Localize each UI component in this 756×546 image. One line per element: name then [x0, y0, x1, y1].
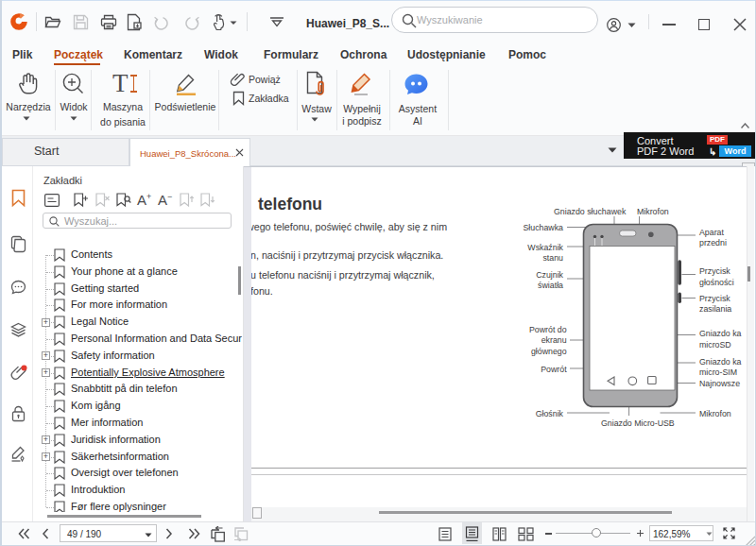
svg-text:Słuchawka: Słuchawka	[523, 223, 563, 232]
svg-text:stanu: stanu	[542, 253, 563, 263]
svg-text:głośności: głośności	[699, 278, 734, 287]
svg-text:Wskaźnik: Wskaźnik	[527, 243, 563, 252]
svg-text:światła: światła	[538, 281, 563, 290]
svg-text:Przycisk: Przycisk	[699, 294, 730, 303]
svg-text:Gniazdo ka: Gniazdo ka	[699, 329, 742, 338]
svg-text:Gniazdo Micro-USB: Gniazdo Micro-USB	[601, 418, 675, 428]
svg-text:Gniazdo ka: Gniazdo ka	[699, 357, 742, 367]
svg-text:zasilania: zasilania	[699, 304, 731, 314]
svg-text:Czujnik: Czujnik	[536, 270, 563, 280]
svg-text:Mikrofon: Mikrofon	[637, 207, 669, 216]
svg-text:Aparat: Aparat	[699, 228, 724, 237]
svg-text:microSD: microSD	[699, 340, 731, 350]
svg-text:Powrót: Powrót	[541, 365, 567, 374]
svg-text:Najnowsze: Najnowsze	[699, 379, 740, 388]
svg-text:micro-SIM: micro-SIM	[699, 367, 737, 377]
svg-text:przedni: przedni	[699, 238, 727, 247]
svg-text:głównego: głównego	[531, 347, 567, 356]
svg-text:Mikrofon: Mikrofon	[699, 409, 731, 418]
svg-text:Głośnik: Głośnik	[536, 409, 564, 418]
svg-text:Przycisk: Przycisk	[699, 266, 730, 276]
svg-text:Gniazdo słuchawek: Gniazdo słuchawek	[554, 207, 627, 216]
svg-text:Powrót do: Powrót do	[529, 325, 567, 334]
svg-text:ekranu: ekranu	[541, 335, 567, 345]
